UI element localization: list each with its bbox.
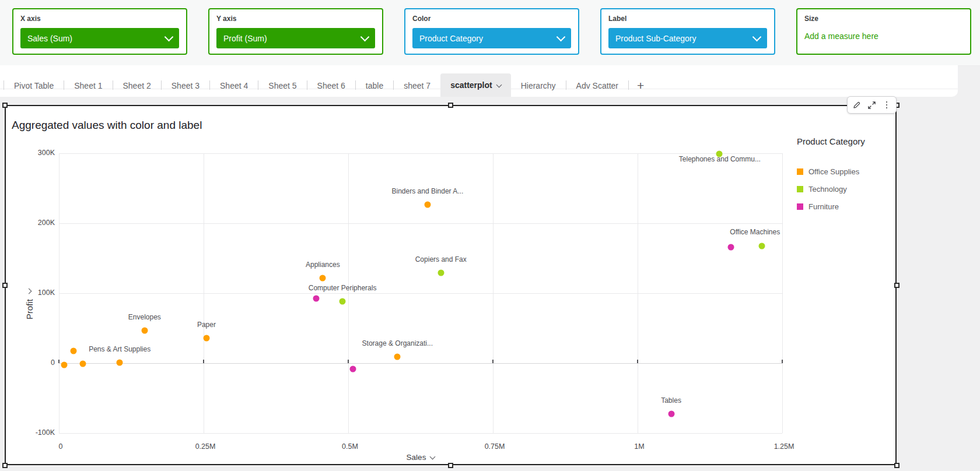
resize-handle[interactable] [448,103,453,108]
resize-handle[interactable] [894,463,900,468]
field-well-y-axis: Y axisProfit (Sum) [208,8,383,55]
field-well-pill-color[interactable]: Product Category [412,28,571,48]
data-point-label: Computer Peripherals [309,284,377,292]
data-point-office-supplies[interactable] [79,361,86,367]
data-point-office-supplies[interactable] [70,348,76,354]
field-well-color: ColorProduct Category [404,8,579,55]
data-point-label: Storage & Organizati... [362,339,433,347]
resize-handle[interactable] [448,463,453,468]
tab-table[interactable]: table [356,75,393,97]
y-axis-tick-label: 200K [20,219,55,227]
data-point-pens-art-supplies[interactable] [117,359,123,365]
data-point-label: Pens & Art Supplies [89,345,150,353]
legend-item-label: Technology [808,185,847,194]
y-axis-tick-label: 300K [20,149,55,157]
data-point-furniture[interactable] [727,244,734,251]
kebab-menu-icon[interactable] [881,100,892,110]
x-axis-tick-mark [782,360,783,363]
edit-pencil-icon[interactable] [852,100,862,110]
legend-item-technology[interactable]: Technology [797,185,847,194]
data-point-furniture[interactable] [313,296,320,302]
resize-handle[interactable] [894,283,900,288]
y-axis-title[interactable]: Profit [23,266,35,342]
field-well-label: Size [804,15,963,23]
data-point-office-machines[interactable] [759,243,765,249]
tab-sheet-3[interactable]: Sheet 3 [162,75,209,97]
gridline-horizontal [59,293,782,294]
legend-swatch-icon [797,186,803,192]
tab-label: Hierarchy [521,81,556,90]
tab-scatterplot[interactable]: scatterplot [440,73,511,97]
data-point-label: Telephones and Commu... [679,155,761,163]
legend-item-furniture[interactable]: Furniture [797,202,839,211]
data-point-copiers-and-fax[interactable] [438,269,444,276]
data-point-label: Envelopes [128,313,161,321]
tab-label: Sheet 1 [74,81,102,90]
field-well-pill-label: Profit (Sum) [223,34,267,43]
chevron-down-icon [556,32,566,41]
tab-sheet-5[interactable]: Sheet 5 [258,75,306,97]
legend-swatch-icon [797,168,803,175]
y-axis-tick-label: -100K [20,428,55,437]
tab-label: Sheet 3 [172,81,200,90]
field-well-label: LabelProduct Sub-Category [600,8,775,55]
x-axis-tick-label: 1M [634,442,644,451]
tab-hierarchy[interactable]: Hierarchy [511,75,566,97]
legend-item-office-supplies[interactable]: Office Supplies [797,167,859,176]
chevron-down-icon [164,32,174,41]
x-axis-title[interactable]: Sales [59,453,782,462]
gridline-horizontal [59,433,782,434]
tab-label: Sheet 2 [123,81,151,90]
data-point-paper[interactable] [203,335,209,342]
data-point-label: Copiers and Fax [415,255,467,263]
resize-handle[interactable] [2,103,8,108]
data-point-furniture[interactable] [349,365,356,372]
field-well-label: Y axis [216,15,375,23]
x-axis-tick-label: 0.25M [195,442,216,451]
tab-label: Sheet 4 [220,81,248,90]
field-well-x-axis: X axisSales (Sum) [12,8,187,55]
field-well-placeholder[interactable]: Add a measure here [804,31,963,41]
field-well-pill-label: Product Category [419,34,483,43]
data-point-tables[interactable] [668,411,674,417]
data-point-office-supplies[interactable] [61,362,67,368]
tab-sheet-4[interactable]: Sheet 4 [210,75,258,97]
resize-handle[interactable] [2,463,8,468]
add-sheet-tab[interactable]: + [629,75,652,97]
visual-title[interactable]: Aggregated values with color and label [12,119,202,132]
field-well-pill-y-axis[interactable]: Profit (Sum) [216,28,375,48]
gridline-horizontal [59,223,782,224]
gridline-horizontal [59,153,782,154]
data-point-computer-peripherals[interactable] [340,298,346,305]
resize-handle[interactable] [2,283,8,288]
field-well-label: Color [412,15,571,23]
tab-adv-scatter[interactable]: Adv Scatter [566,75,628,97]
data-point-label: Binders and Binder A... [392,187,464,195]
tab-sheet-2[interactable]: Sheet 2 [113,75,161,97]
field-well-pill-x-axis[interactable]: Sales (Sum) [20,28,179,48]
chevron-down-icon [26,289,32,294]
tab-sheet-6[interactable]: Sheet 6 [307,75,355,97]
data-point-appliances[interactable] [320,275,326,281]
chevron-down-icon [360,32,370,41]
x-axis-tick-label: 1.25M [774,442,794,451]
gridline-horizontal [59,363,782,364]
field-well-pill-label: Sales (Sum) [27,34,72,43]
tab-sheet-1[interactable]: Sheet 1 [64,75,112,97]
data-point-label: Tables [661,396,681,405]
data-point-envelopes[interactable] [141,327,148,333]
data-point-storage-organizati[interactable] [394,353,401,360]
data-point-label: Office Machines [730,228,780,236]
y-axis-title-label: Profit [24,299,34,319]
field-wells: X axisSales (Sum)Y axisProfit (Sum)Color… [12,8,971,55]
x-axis-tick-label: 0.5M [342,442,358,451]
field-well-pill-label[interactable]: Product Sub-Category [608,28,767,48]
visual-card[interactable] [5,105,897,465]
maximize-icon[interactable] [866,100,877,110]
data-point-label: Appliances [306,261,340,269]
data-point-binders-and-binder-a[interactable] [424,201,430,208]
tab-pivot-table[interactable]: Pivot Table [4,75,64,97]
field-well-pill-label: Product Sub-Category [615,34,696,43]
tab-sheet-7[interactable]: sheet 7 [394,75,440,97]
tab-label: sheet 7 [404,81,430,90]
